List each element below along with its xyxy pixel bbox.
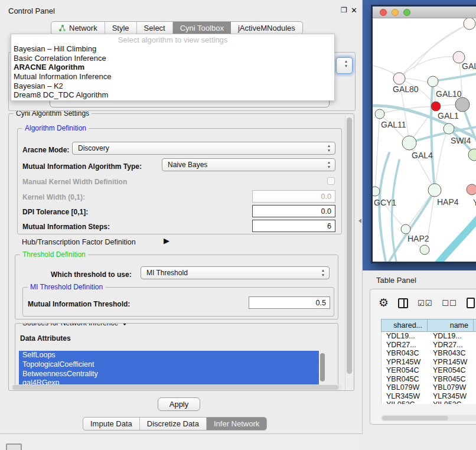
- table-row[interactable]: YBL079WYBL079W: [382, 383, 476, 392]
- settings-scrollbar-track[interactable]: [345, 115, 353, 390]
- node-label: GAL11: [381, 120, 406, 129]
- data-attributes-list[interactable]: SelfLoopsTopologicalCoefficientBetweenne…: [19, 351, 319, 387]
- apply-button[interactable]: Apply: [158, 397, 200, 411]
- tab-label: Select: [144, 24, 165, 32]
- table-cell: YBR043C: [428, 349, 474, 358]
- tab-cyni-toolbox[interactable]: Cyni Toolbox: [173, 22, 231, 34]
- hub-definition-label[interactable]: Hub/Transcription Factor Definition: [22, 238, 136, 246]
- split-pane-icon[interactable]: [398, 298, 408, 308]
- gear-icon[interactable]: ⚙: [379, 298, 389, 308]
- network-edge[interactable]: [435, 129, 449, 190]
- network-edge[interactable]: [399, 24, 470, 79]
- table-row[interactable]: YDR27...YDR27...12: [382, 341, 476, 350]
- cyni-algorithm-settings-group: Cyni Algorithm Settings Algorithm Defini…: [8, 113, 354, 391]
- tab-jactivemnodules[interactable]: jActiveMNodules: [231, 22, 302, 34]
- table-row[interactable]: YIL052CYIL052C9: [382, 400, 476, 404]
- network-node-gal10[interactable]: [428, 76, 438, 87]
- algorithm-option[interactable]: ARACNE Algorithm: [11, 63, 334, 72]
- network-view-window[interactable]: GALGAL80GAL10GAL1GAL11SWI4GAL4GCY1HAP4YH…: [371, 5, 476, 263]
- network-node-y[interactable]: [467, 184, 476, 195]
- network-edge[interactable]: [379, 153, 389, 262]
- network-node-gcy1[interactable]: [373, 187, 380, 196]
- tab-network[interactable]: Network: [51, 22, 105, 34]
- table-row[interactable]: YBR045CYBR045C9.: [382, 375, 476, 384]
- network-icon: [58, 24, 66, 32]
- which-threshold-combo[interactable]: MI Threshold ▲▼: [141, 266, 330, 279]
- algorithm-option[interactable]: Dream8 DC_TDC Algorithm: [11, 90, 334, 100]
- network-canvas[interactable]: GALGAL80GAL10GAL1GAL11SWI4GAL4GCY1HAP4YH…: [373, 18, 476, 262]
- manual-kernel-checkbox[interactable]: [327, 177, 335, 185]
- tab-impute-data[interactable]: Impute Data: [83, 418, 140, 430]
- table-cell: YLR345W: [382, 392, 428, 401]
- table-row[interactable]: YLR345WYLR345W9.: [382, 392, 476, 401]
- algorithm-option[interactable]: Basic Correlation Inference: [11, 54, 334, 63]
- aracne-mode-combo[interactable]: Discovery ▲▼: [72, 142, 335, 155]
- zoom-traffic-light-icon[interactable]: [403, 9, 410, 16]
- settings-hscrollbar-thumb[interactable]: [12, 385, 338, 390]
- dpi-tolerance-field[interactable]: 0.0: [252, 205, 335, 217]
- attribute-list-item[interactable]: SelfLoops: [19, 351, 319, 360]
- threshold-definition-title: Threshold Definition: [20, 250, 88, 259]
- settings-hscrollbar-track[interactable]: [11, 384, 342, 390]
- close-panel-icon[interactable]: ✕: [351, 6, 357, 15]
- network-edge[interactable]: [433, 73, 476, 81]
- mi-steps-field[interactable]: 6: [252, 220, 335, 232]
- deselect-all-checks-icon[interactable]: ☐☐: [442, 299, 457, 308]
- table-panel-title: Table Panel: [376, 276, 416, 285]
- network-node-hap2[interactable]: [401, 224, 410, 234]
- table-column-header[interactable]: A: [474, 319, 476, 332]
- node-label: GAL10: [436, 89, 462, 99]
- network-edge[interactable]: [429, 213, 476, 262]
- float-panel-icon[interactable]: ❐: [341, 6, 347, 14]
- mi-type-combo[interactable]: Naive Bayes ▲▼: [162, 158, 335, 171]
- table-row[interactable]: YPR145WYPR145W9.: [382, 358, 476, 367]
- network-graph: GALGAL80GAL10GAL1GAL11SWI4GAL4GCY1HAP4YH…: [373, 18, 476, 262]
- settings-scrollbar-thumb[interactable]: [347, 118, 352, 374]
- list-scrollbar-thumb[interactable]: [320, 353, 325, 381]
- network-node[interactable]: [420, 245, 429, 255]
- network-node-swi4[interactable]: [444, 123, 454, 134]
- tab-style[interactable]: Style: [105, 22, 137, 34]
- table-column-header[interactable]: shared...: [381, 319, 428, 332]
- network-node-gal1[interactable]: [431, 102, 441, 111]
- mini-window-icon[interactable]: [6, 444, 22, 450]
- network-window-titlebar[interactable]: [373, 6, 476, 18]
- tab-label: jActiveMNodules: [238, 24, 295, 32]
- collapse-down-icon[interactable]: ▼: [120, 323, 129, 327]
- kernel-width-field[interactable]: 0.0: [252, 190, 335, 203]
- tab-select[interactable]: Select: [137, 22, 173, 34]
- node-label: SWI4: [451, 136, 471, 145]
- network-node-gal11[interactable]: [375, 109, 384, 119]
- network-edge[interactable]: [399, 57, 459, 79]
- focused-combo-fragment[interactable]: ▲▼: [336, 57, 353, 74]
- network-edge[interactable]: [375, 114, 380, 191]
- table-column-header[interactable]: name: [428, 319, 474, 332]
- stepper-icon: ▲▼: [343, 59, 349, 68]
- network-node-gal4[interactable]: [402, 136, 416, 150]
- attribute-list-item[interactable]: TopologicalCoefficient: [19, 360, 319, 370]
- table-row[interactable]: YDL19...YDL19...13: [382, 332, 476, 341]
- file-icon[interactable]: [467, 298, 475, 308]
- algorithm-option[interactable]: Mutual Information Inference: [11, 72, 334, 81]
- splitter-collapse-icon[interactable]: [358, 219, 361, 223]
- tab-discretize-data[interactable]: Discretize Data: [140, 418, 207, 430]
- table-hscrollbar-thumb[interactable]: [382, 416, 448, 420]
- algorithm-option[interactable]: Bayesian – K2: [11, 81, 334, 91]
- close-traffic-light-icon[interactable]: [380, 9, 387, 16]
- table-row[interactable]: YBR043CYBR043C: [382, 349, 476, 358]
- network-node-hap4[interactable]: [428, 184, 441, 197]
- table-row[interactable]: YER054CYER054C8.: [382, 366, 476, 375]
- network-node[interactable]: [464, 18, 475, 30]
- algorithm-option[interactable]: Bayesian – Hill Climbing: [11, 44, 334, 54]
- cytoscape-desktop: Control Panel ❐ ✕ NetworkStyleSelectCyni…: [0, 0, 476, 450]
- dpi-tolerance-label: DPI Tolerance [0,1]:: [22, 208, 88, 216]
- minimize-traffic-light-icon[interactable]: [392, 9, 399, 16]
- network-node[interactable]: [455, 97, 470, 112]
- select-all-checks-icon[interactable]: ☑☑: [418, 299, 432, 308]
- expander-right-icon[interactable]: ▶: [164, 236, 169, 245]
- network-node-gal80[interactable]: [393, 73, 405, 84]
- attribute-list-item[interactable]: BetweennessCentrality: [19, 370, 319, 379]
- mi-threshold-field[interactable]: 0.5: [249, 296, 330, 309]
- table-hscrollbar-track[interactable]: [381, 415, 476, 421]
- tab-infer-network[interactable]: Infer Network: [207, 418, 266, 430]
